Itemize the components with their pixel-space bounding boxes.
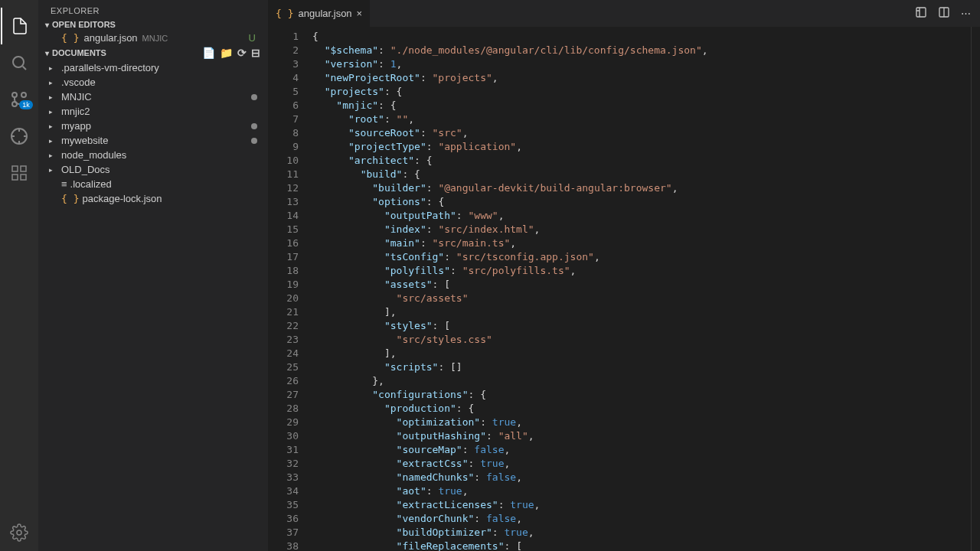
svg-point-0	[13, 57, 24, 67]
chevron-right-icon: ▸	[49, 152, 58, 159]
search-icon[interactable]	[1, 44, 38, 81]
svg-rect-5	[12, 166, 18, 171]
settings-gear-icon[interactable]	[1, 514, 38, 551]
workspace-header[interactable]: ▾ DOCUMENTS 📄 📁 ⟳ ⊟	[38, 45, 268, 60]
chevron-down-icon: ▾	[41, 21, 52, 29]
extensions-icon[interactable]	[1, 155, 38, 191]
file-icon: ≡	[61, 178, 67, 190]
svg-point-1	[21, 93, 26, 97]
git-status-untracked: U	[249, 32, 262, 44]
tree-item-label: myapp	[61, 120, 91, 132]
tree-item[interactable]: { }package-lock.json	[38, 191, 268, 206]
open-editor-item[interactable]: { } angular.json MNJIC U	[38, 31, 268, 45]
tree-item-label: node_modules	[61, 149, 126, 161]
svg-rect-7	[12, 174, 18, 180]
tree-item[interactable]: ▸.parallels-vm-directory	[38, 60, 268, 75]
explorer-icon[interactable]	[1, 8, 38, 44]
chevron-down-icon: ▾	[41, 49, 52, 57]
svg-rect-8	[21, 174, 26, 180]
chevron-right-icon: ▸	[49, 122, 58, 130]
tree-item[interactable]: ▸node_modules	[38, 148, 268, 162]
svg-point-3	[12, 93, 17, 97]
tree-item[interactable]: ▸mnjic2	[38, 104, 268, 119]
explorer-sidebar: EXPLORER ▾ OPEN EDITORS { } angular.json…	[38, 0, 268, 551]
tree-item[interactable]: ▸mywebsite	[38, 133, 268, 148]
activity-bar: 1k	[0, 0, 38, 551]
json-file-icon: { }	[61, 32, 79, 44]
tree-item-label: mnjic2	[61, 106, 90, 117]
refresh-icon[interactable]: ⟳	[237, 47, 247, 59]
tree-item[interactable]: ▸myapp	[38, 119, 268, 133]
open-changes-icon[interactable]	[915, 6, 927, 21]
scm-icon[interactable]: 1k	[1, 81, 38, 118]
new-folder-icon[interactable]: 📁	[220, 47, 233, 59]
svg-rect-6	[21, 166, 26, 171]
tree-item-label: OLD_Docs	[61, 164, 110, 175]
chevron-right-icon: ▸	[49, 166, 58, 174]
tree-item-label: package-lock.json	[82, 193, 162, 204]
chevron-right-icon: ▸	[49, 79, 58, 86]
chevron-right-icon: ▸	[49, 64, 58, 72]
split-editor-icon[interactable]	[938, 6, 950, 21]
tab-angular-json[interactable]: { } angular.json ×	[268, 0, 371, 27]
tree-item-label: .parallels-vm-directory	[61, 62, 159, 73]
tree-item[interactable]: ▸OLD_Docs	[38, 162, 268, 177]
tree-item-label: .localized	[70, 178, 112, 190]
tree-item[interactable]: ▸.vscode	[38, 75, 268, 90]
tree-item-label: .vscode	[61, 77, 96, 88]
line-number-gutter: 1234567891011121314151617181920212223242…	[268, 27, 312, 551]
open-editors-header[interactable]: ▾ OPEN EDITORS	[38, 18, 268, 31]
tree-item-label: MNJIC	[61, 91, 92, 103]
modified-dot-icon	[251, 94, 257, 100]
code-editor[interactable]: 1234567891011121314151617181920212223242…	[268, 27, 980, 551]
chevron-right-icon: ▸	[49, 137, 58, 145]
svg-point-9	[17, 530, 21, 535]
svg-rect-10	[916, 8, 926, 17]
json-file-icon: { }	[61, 193, 79, 204]
close-icon[interactable]: ×	[357, 8, 363, 19]
scm-badge: 1k	[19, 100, 33, 109]
new-file-icon[interactable]: 📄	[202, 47, 215, 59]
json-file-icon: { }	[276, 8, 293, 19]
editor-group: { } angular.json × ⋯ 1234567891011121314…	[268, 0, 980, 551]
modified-dot-icon	[251, 123, 257, 129]
collapse-all-icon[interactable]: ⊟	[251, 47, 260, 59]
modified-dot-icon	[251, 138, 257, 144]
more-actions-icon[interactable]: ⋯	[961, 8, 971, 19]
tab-bar: { } angular.json × ⋯	[268, 0, 980, 27]
tree-item-label: mywebsite	[61, 135, 108, 146]
scrollbar[interactable]	[971, 27, 980, 551]
tree-item[interactable]: ▸MNJIC	[38, 90, 268, 104]
explorer-title: EXPLORER	[38, 0, 268, 18]
debug-icon[interactable]	[1, 118, 38, 155]
tree-item[interactable]: ≡.localized	[38, 177, 268, 191]
file-tree: ▸.parallels-vm-directory▸.vscode▸MNJIC▸m…	[38, 60, 268, 206]
code-content[interactable]: { "$schema": "./node_modules/@angular/cl…	[312, 27, 971, 551]
chevron-right-icon: ▸	[49, 93, 58, 101]
chevron-right-icon: ▸	[49, 108, 58, 116]
